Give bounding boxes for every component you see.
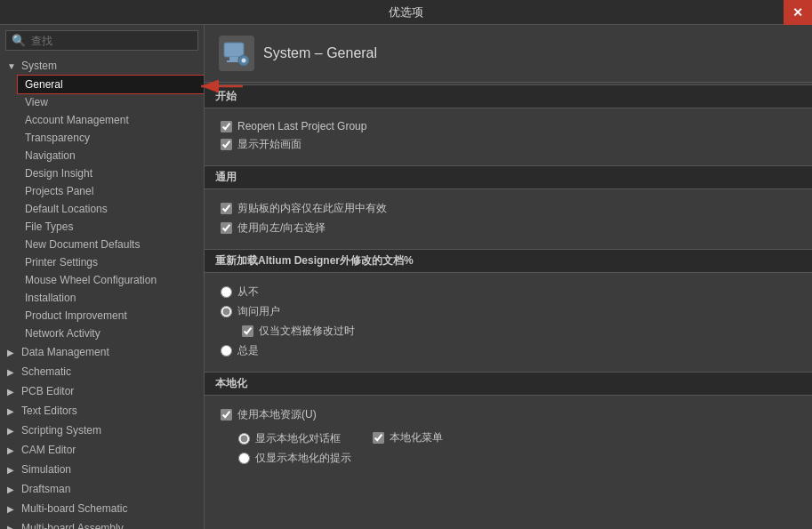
reload-always-radio[interactable] [221, 345, 232, 357]
show-local-hints-radio[interactable] [238, 453, 250, 464]
reload-never-label: 从不 [237, 285, 259, 300]
draftsman-label: Draftsman [21, 483, 70, 495]
sidebar-item-navigation[interactable]: Navigation [18, 147, 204, 164]
sidebar-item-view[interactable]: View [18, 93, 204, 111]
startup-section-bar: 开始 [205, 84, 812, 108]
text-editors-label: Text Editors [21, 405, 77, 417]
show-start-screen-row: 显示开始画面 [221, 137, 796, 152]
sidebar-item-default-locations[interactable]: Default Locations [18, 200, 204, 218]
startup-section-content: Reopen Last Project Group 显示开始画面 [205, 108, 812, 164]
sidebar-item-projects-panel[interactable]: Projects Panel [18, 182, 204, 200]
localization-inline-row: 显示本地化对话框 仅显示本地化的提示 本地化菜单 [238, 427, 796, 470]
sidebar-item-account-management[interactable]: Account Management [18, 111, 204, 129]
multi-board-schematic-label: Multi-board Schematic [21, 502, 127, 515]
tree: ▼ System General View Account Management… [0, 56, 204, 529]
sidebar-item-transparency[interactable]: Transparency [18, 129, 204, 147]
multi-board-assembly-section: ▶ Multi-board Assembly [0, 518, 204, 529]
clipboard-row: 剪贴板的内容仅在此应用中有效 [221, 201, 796, 216]
reload-always-row: 总是 [221, 343, 796, 358]
localization-section-bar: 本地化 [205, 372, 812, 396]
sidebar-item-design-insight[interactable]: Design Insight [18, 164, 204, 182]
scripting-system-parent[interactable]: ▶ Scripting System [0, 421, 204, 440]
scripting-system-arrow: ▶ [7, 426, 18, 436]
text-editors-parent[interactable]: ▶ Text Editors [0, 401, 204, 421]
schematic-parent[interactable]: ▶ Schematic [0, 362, 204, 381]
show-start-screen-checkbox[interactable] [221, 139, 232, 150]
sidebar-item-network-activity[interactable]: Network Activity [18, 325, 204, 342]
cam-editor-arrow: ▶ [7, 445, 18, 455]
reload-ask-label: 询问用户 [237, 304, 280, 319]
show-local-hints-row: 仅显示本地化的提示 [238, 451, 351, 466]
localize-menu-row: 本地化菜单 [373, 430, 443, 445]
show-local-hints-label: 仅显示本地化的提示 [255, 451, 351, 466]
draftsman-arrow: ▶ [7, 485, 18, 494]
draftsman-section: ▶ Draftsman [0, 479, 204, 499]
reopen-last-project-label: Reopen Last Project Group [237, 120, 366, 132]
use-local-resources-checkbox[interactable] [221, 409, 232, 421]
show-start-screen-label: 显示开始画面 [237, 137, 301, 152]
select-direction-checkbox[interactable] [221, 222, 232, 234]
reload-section-bar: 重新加载Altium Designer外修改的文档% [205, 249, 812, 273]
pcb-editor-arrow: ▶ [7, 387, 18, 397]
schematic-arrow: ▶ [7, 367, 18, 377]
localization-section-content: 使用本地资源(U) 显示本地化对话框 仅显示本地化的提示 [205, 396, 812, 477]
clipboard-checkbox[interactable] [221, 203, 232, 214]
schematic-section: ▶ Schematic [0, 362, 204, 381]
schematic-label: Schematic [21, 365, 71, 378]
text-editors-section: ▶ Text Editors [0, 401, 204, 421]
system-section: ▼ System General View Account Management… [0, 56, 204, 342]
gear-monitor-icon [222, 39, 251, 68]
sidebar-item-printer-settings[interactable]: Printer Settings [18, 253, 204, 271]
reopen-last-project-checkbox[interactable] [221, 121, 232, 132]
multi-board-assembly-parent[interactable]: ▶ Multi-board Assembly [0, 518, 204, 529]
draftsman-parent[interactable]: ▶ Draftsman [0, 479, 204, 499]
search-input[interactable] [31, 35, 192, 47]
sidebar: 🔍 ▼ System General View Account Manageme… [0, 25, 205, 529]
search-box[interactable]: 🔍 [5, 30, 198, 51]
pcb-editor-parent[interactable]: ▶ PCB Editor [0, 381, 204, 401]
data-management-arrow: ▶ [7, 348, 18, 357]
close-button[interactable]: ✕ [784, 0, 812, 25]
localize-menu-checkbox[interactable] [373, 432, 384, 444]
data-management-label: Data Management [21, 346, 109, 358]
content-area: System – General 开始 Reopen Last Project … [205, 25, 812, 529]
cam-editor-parent[interactable]: ▶ CAM Editor [0, 440, 204, 460]
multi-board-schematic-arrow: ▶ [7, 504, 18, 514]
simulation-parent[interactable]: ▶ Simulation [0, 460, 204, 479]
multi-board-assembly-arrow: ▶ [7, 524, 18, 530]
cam-editor-label: CAM Editor [21, 444, 76, 456]
localization-suboptions: 显示本地化对话框 仅显示本地化的提示 本地化菜单 [221, 427, 796, 470]
system-parent[interactable]: ▼ System [0, 56, 204, 76]
simulation-section: ▶ Simulation [0, 460, 204, 479]
sidebar-item-product-improvement[interactable]: Product Improvement [18, 307, 204, 325]
simulation-arrow: ▶ [7, 465, 18, 475]
system-children: General View Account Management Transpar… [0, 76, 204, 342]
data-management-parent[interactable]: ▶ Data Management [0, 342, 204, 362]
reopen-last-project-row: Reopen Last Project Group [221, 120, 796, 132]
reload-always-label: 总是 [237, 343, 259, 358]
show-local-dialogs-row: 显示本地化对话框 [238, 431, 351, 446]
multi-board-schematic-parent[interactable]: ▶ Multi-board Schematic [0, 499, 204, 518]
pcb-editor-label: PCB Editor [21, 385, 74, 397]
reload-never-radio[interactable] [221, 286, 232, 298]
text-editors-arrow: ▶ [7, 406, 18, 416]
reload-ask-row: 询问用户 [221, 304, 796, 319]
sidebar-item-installation[interactable]: Installation [18, 289, 204, 307]
only-modified-label: 仅当文档被修改过时 [259, 324, 355, 339]
sidebar-item-mouse-wheel[interactable]: Mouse Wheel Configuration [18, 271, 204, 289]
sidebar-item-general[interactable]: General [18, 76, 204, 93]
only-modified-checkbox[interactable] [242, 325, 253, 337]
show-local-dialogs-radio[interactable] [238, 433, 250, 445]
general-section-bar: 通用 [205, 165, 812, 189]
pcb-editor-section: ▶ PCB Editor [0, 381, 204, 401]
simulation-label: Simulation [21, 463, 71, 476]
only-modified-row: 仅当文档被修改过时 [242, 324, 796, 339]
multi-board-schematic-section: ▶ Multi-board Schematic [0, 499, 204, 518]
sidebar-item-file-types[interactable]: File Types [18, 218, 204, 236]
select-direction-row: 使用向左/向右选择 [221, 220, 796, 236]
scripting-system-section: ▶ Scripting System [0, 421, 204, 440]
select-direction-label: 使用向左/向右选择 [237, 220, 326, 236]
sidebar-item-new-document-defaults[interactable]: New Document Defaults [18, 236, 204, 253]
show-local-dialogs-label: 显示本地化对话框 [255, 431, 341, 446]
reload-ask-radio[interactable] [221, 306, 232, 317]
